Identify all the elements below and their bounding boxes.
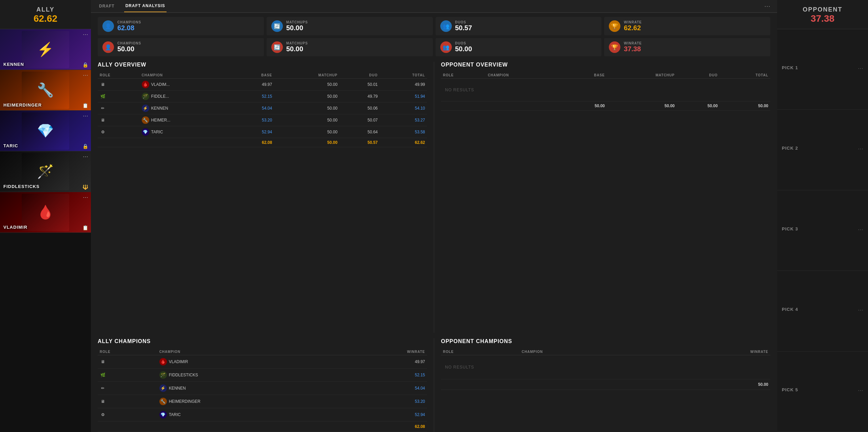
champ-name-vladimir: VLADIMIR	[3, 225, 27, 230]
role-cell: 🖥	[98, 114, 140, 126]
th-base: BASE	[232, 72, 274, 79]
opp-champions-label: CHAMPIONS	[117, 41, 141, 45]
winrate-icon: 🏆	[609, 20, 620, 32]
right-sidebar: OPPONENT 37.38 PICK 1 ⋯ PICK 2 ⋯	[777, 0, 868, 432]
opp-stat-champions: 👤 CHAMPIONS 50.00	[98, 38, 264, 56]
champs-th-champion: CHAMPION	[157, 349, 339, 355]
opp-duos-value: 50.00	[455, 45, 472, 53]
opponent-stats-row: 👤 CHAMPIONS 50.00 🔄 MATCHUPS 50.00 👥	[98, 38, 770, 56]
more-dots-topbar[interactable]: ⋯	[764, 2, 770, 10]
more-icon-fiddlesticks[interactable]: ⋯	[83, 153, 88, 160]
champion-card-kennen[interactable]: ⚡ KENNEN ⋯ 🔒	[0, 29, 91, 70]
pick-slot-4[interactable]: PICK 4 ⋯	[777, 271, 868, 351]
total-cell: 54.10	[380, 102, 427, 114]
opponent-champions-title: OPPONENT CHAMPIONS	[441, 338, 770, 344]
pick-2-more[interactable]: ⋯	[858, 146, 863, 152]
duo-cell: 50.01	[340, 79, 380, 91]
total-duo: 50.57	[340, 138, 380, 147]
table-row: ✏ ⚡ KENNEN 54.04 50.00 50.06 54.10	[98, 102, 427, 114]
main-content: DRAFT DRAFT ANALYSIS ⋯ 👤 CHAMPIONS 62.08…	[91, 0, 777, 432]
champions-icon: 👤	[102, 20, 114, 32]
base-cell: 52.15	[232, 91, 274, 102]
pick-4-label: PICK 4	[782, 307, 798, 313]
ally-score: 62.62	[5, 13, 85, 24]
opp-total-champ	[486, 101, 562, 111]
champ-name-cell: 🪄 FIDDLESTICKS	[157, 369, 339, 382]
pick-slot-1[interactable]: PICK 1 ⋯	[777, 29, 868, 110]
pick-5-more[interactable]: ⋯	[858, 387, 863, 394]
base-cell: 53.20	[232, 114, 274, 126]
matchup-cell: 50.00	[274, 79, 340, 91]
champion-card-heimerdinger[interactable]: 🔧 HEIMERDINGER ⋯ 📋	[0, 70, 91, 111]
th-role: ROLE	[98, 72, 140, 79]
pick-1-more[interactable]: ⋯	[858, 65, 863, 72]
total-total: 62.62	[380, 138, 427, 147]
champion-card-taric[interactable]: 💎 TARIC ⋯ 🔒	[0, 111, 91, 151]
champ-name-cell: 🔧 HEIMERDINGER	[157, 395, 339, 408]
pick-slot-3[interactable]: PICK 3 ⋯	[777, 190, 868, 271]
total-matchup: 50.00	[274, 138, 340, 147]
th-matchup-opp: MATCHUP	[607, 72, 677, 79]
opp-winrate-value: 37.38	[624, 45, 642, 53]
th-champion-opp: CHAMPION	[486, 72, 562, 79]
opp-total-total: 50.00	[720, 101, 770, 111]
lock-icon-kennen: 🔒	[82, 62, 88, 68]
table-row: 🌿 🪄 FIDDLE... 52.15 50.00 49.79 51.94	[98, 91, 427, 102]
th-total-opp: TOTAL	[720, 72, 770, 79]
total-role-cell	[98, 138, 140, 147]
pick-1-label: PICK 1	[782, 65, 798, 72]
lock-icon-vladimir: 📋	[82, 225, 88, 230]
ally-overview-title: ALLY OVERVIEW	[98, 62, 427, 68]
pick-slot-2[interactable]: PICK 2 ⋯	[777, 110, 868, 190]
champs-total-winrate: 62.08	[339, 421, 427, 432]
more-icon-kennen[interactable]: ⋯	[83, 31, 88, 38]
th-role-opp: ROLE	[441, 72, 486, 79]
champ-name-fiddlesticks: FIDDLESTICKS	[3, 184, 40, 189]
champ-winrate: 52.15	[339, 369, 427, 382]
ally-stat-champions: 👤 CHAMPIONS 62.08	[98, 17, 264, 35]
th-base-opp: BASE	[562, 72, 607, 79]
opponent-label: OPPONENT	[783, 6, 863, 13]
duo-cell: 50.07	[340, 114, 380, 126]
stats-section: 👤 CHAMPIONS 62.08 🔄 MATCHUPS 50.00 👥	[91, 13, 777, 56]
ally-overview-table: ROLE CHAMPION BASE MATCHUP DUO TOTAL 🖥	[98, 72, 427, 147]
champion-cell: 🪄 FIDDLE...	[140, 91, 232, 102]
list-item: 🖥 🩸 VLADIMIR 49.97	[98, 355, 427, 369]
total-champ-cell	[140, 138, 232, 147]
champion-cell: ⚡ KENNEN	[140, 102, 232, 114]
ally-duos-label: DUOS	[455, 20, 472, 24]
base-cell: 49.97	[232, 79, 274, 91]
total-cell: 53.58	[380, 126, 427, 138]
more-icon-taric[interactable]: ⋯	[83, 113, 88, 119]
opp-champs-th-winrate: WINRATE	[654, 349, 770, 355]
more-icon-heimerdinger[interactable]: ⋯	[83, 72, 88, 78]
champ-role: 🖥	[98, 355, 157, 369]
opp-duos-icon: 👥	[440, 41, 452, 53]
pick-slot-5[interactable]: PICK 5 ⋯	[777, 352, 868, 432]
champion-card-vladimir[interactable]: 🩸 VLADIMIR ⋯ 📋	[0, 192, 91, 233]
ally-champions-value: 62.08	[117, 24, 141, 32]
tab-draft-analysis[interactable]: DRAFT ANALYSIS	[124, 0, 167, 12]
champion-card-fiddlesticks[interactable]: 🪄 FIDDLESTICKS ⋯ 🔱	[0, 151, 91, 192]
ally-winrate-value: 62.62	[624, 24, 642, 32]
opp-champions-icon: 👤	[102, 41, 114, 53]
pick-3-more[interactable]: ⋯	[858, 226, 863, 233]
ally-header: ALLY 62.62	[0, 0, 91, 29]
ally-stats-row: 👤 CHAMPIONS 62.08 🔄 MATCHUPS 50.00 👥	[98, 17, 770, 35]
champ-name-taric: TARIC	[3, 143, 18, 148]
matchup-cell: 50.00	[274, 102, 340, 114]
champ-name-cell: 💎 TARIC	[157, 408, 339, 421]
opponent-overview-table: ROLE CHAMPION BASE MATCHUP DUO TOTAL NO …	[441, 72, 770, 111]
opp-champs-th-role: ROLE	[441, 349, 520, 355]
pick-4-more[interactable]: ⋯	[858, 307, 863, 313]
more-icon-vladimir[interactable]: ⋯	[83, 194, 88, 201]
opp-winrate-label: WINRATE	[624, 41, 642, 45]
tab-draft[interactable]: DRAFT	[98, 0, 116, 12]
matchup-cell: 50.00	[274, 114, 340, 126]
opp-champs-total-winrate: 50.00	[654, 379, 770, 390]
opp-champs-total-name	[520, 379, 654, 390]
opp-total-duo: 50.00	[677, 101, 720, 111]
ally-overview-panel: ALLY OVERVIEW ROLE CHAMPION BASE MATCHUP…	[98, 62, 434, 333]
champs-total-name	[157, 421, 339, 432]
opp-matchups-value: 50.00	[286, 45, 308, 53]
